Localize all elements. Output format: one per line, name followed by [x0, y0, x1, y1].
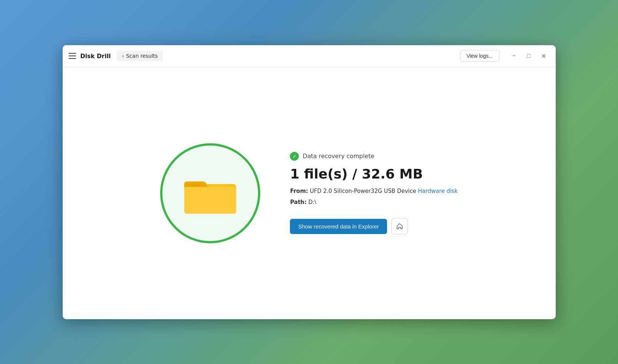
status-text: Data recovery complete	[303, 153, 374, 160]
show-explorer-button[interactable]: Show recovered data in Explorer	[290, 219, 387, 234]
folder-illustration	[160, 143, 260, 243]
window-controls: − □ ✕	[508, 50, 550, 62]
path-label: Path:	[290, 199, 307, 206]
folder-icon	[182, 171, 238, 216]
view-logs-button[interactable]: View logs...	[460, 50, 499, 62]
recovery-headline: 1 file(s) / 32.6 MB	[290, 166, 457, 182]
titlebar: Disk Drill ‹ Scan results View logs... −…	[63, 45, 556, 67]
back-nav-button[interactable]: ‹ Scan results	[117, 51, 163, 61]
close-button[interactable]: ✕	[538, 50, 550, 62]
hamburger-menu-icon[interactable]	[69, 53, 76, 59]
from-label: From:	[290, 188, 308, 194]
app-window: Disk Drill ‹ Scan results View logs... −…	[63, 45, 556, 319]
status-row: Data recovery complete	[290, 152, 457, 161]
home-button[interactable]	[391, 218, 408, 234]
action-row: Show recovered data in Explorer	[290, 218, 457, 234]
maximize-button[interactable]: □	[523, 50, 535, 62]
main-content: Data recovery complete 1 file(s) / 32.6 …	[63, 67, 556, 319]
from-row: From: UFD 2.0 Silicon-Power32G USB Devic…	[290, 188, 457, 194]
home-icon	[396, 223, 403, 230]
path-row: Path: D:\	[290, 199, 457, 206]
svg-rect-1	[184, 187, 236, 214]
back-nav-label: Scan results	[126, 53, 158, 59]
minimize-button[interactable]: −	[508, 50, 520, 62]
check-circle-icon	[290, 152, 299, 161]
back-arrow-icon: ‹	[122, 53, 124, 59]
hardware-link[interactable]: Hardware disk	[418, 188, 457, 194]
app-title: Disk Drill	[80, 53, 111, 60]
content-area: Data recovery complete 1 file(s) / 32.6 …	[160, 143, 457, 243]
info-panel: Data recovery complete 1 file(s) / 32.6 …	[290, 152, 457, 234]
